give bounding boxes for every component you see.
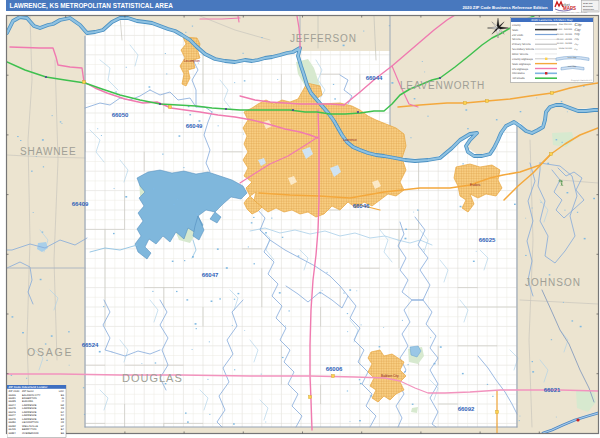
svg-text:Copyright MarketMAPS: Copyright MarketMAPS — [571, 79, 593, 82]
svg-text:Streets: Streets — [512, 38, 521, 41]
svg-text:City: City — [575, 32, 581, 36]
svg-text:State Highways: State Highways — [512, 62, 531, 65]
svg-text:66050: 66050 — [112, 112, 129, 118]
svg-text:ZIP Code: ZIP Code — [512, 33, 524, 36]
svg-text:66047: 66047 — [202, 272, 219, 278]
svg-text:Inset Map: Inset Map — [568, 64, 576, 67]
svg-text:Toll Roads: Toll Roads — [512, 77, 525, 80]
svg-text:66524: 66524 — [9, 431, 17, 434]
svg-text:Index Map: Index Map — [568, 55, 577, 58]
svg-text:2020 Lawrence, KS Metro Map: 2020 Lawrence, KS Metro Map — [531, 18, 573, 22]
svg-text:State: State — [512, 28, 519, 31]
svg-text:Interstates: Interstates — [512, 72, 525, 75]
svg-text:66046: 66046 — [353, 203, 370, 209]
svg-text:50,000 - 99,999: 50,000 - 99,999 — [557, 32, 573, 35]
svg-text:Minor Streets: Minor Streets — [512, 52, 529, 55]
svg-text:US Highways: US Highways — [512, 67, 529, 70]
svg-text:Lawrence: Lawrence — [343, 138, 357, 142]
svg-text:66044: 66044 — [366, 75, 383, 81]
svg-text:Eudora: Eudora — [470, 183, 481, 187]
svg-text:Reference: Reference — [583, 8, 595, 11]
svg-text:66021: 66021 — [544, 387, 561, 393]
svg-text:10,000 - 24,999: 10,000 - 24,999 — [557, 42, 573, 45]
svg-text:JEFFERSON: JEFFERSON — [290, 33, 357, 44]
svg-text:DOUGLAS: DOUGLAS — [122, 372, 183, 384]
svg-text:66524: 66524 — [82, 342, 99, 348]
svg-text:OSAGE: OSAGE — [27, 346, 73, 358]
svg-text:OVERBROOK: OVERBROOK — [22, 431, 39, 434]
svg-text:100,000 - 249,999: 100,000 - 249,999 — [554, 28, 573, 31]
svg-text:66006: 66006 — [326, 366, 343, 372]
svg-text:County: County — [512, 23, 521, 26]
svg-text:Under 10,000: Under 10,000 — [559, 47, 573, 50]
svg-text:66409: 66409 — [72, 201, 89, 207]
svg-text:66092: 66092 — [458, 406, 475, 412]
svg-text:Baldwin City: Baldwin City — [381, 374, 399, 378]
svg-text:Secondary Streets: Secondary Streets — [512, 48, 535, 51]
svg-text:LEAVENWORTH: LEAVENWORTH — [400, 80, 485, 91]
svg-text:66025: 66025 — [479, 237, 496, 243]
svg-text:City: City — [575, 47, 578, 50]
svg-text:Lecompton: Lecompton — [184, 59, 200, 63]
svg-text:City: City — [575, 27, 582, 31]
svg-text:Primary Streets: Primary Streets — [512, 43, 531, 46]
svg-text:County Highways: County Highways — [512, 57, 534, 60]
svg-text:ZIP Code Index/Grid Locator: ZIP Code Index/Grid Locator — [9, 385, 49, 389]
svg-text:SHAWNEE: SHAWNEE — [20, 146, 77, 157]
svg-text:City: City — [575, 43, 579, 46]
svg-text:City: City — [575, 21, 582, 26]
svg-text:25,000 - 49,999: 25,000 - 49,999 — [557, 37, 573, 40]
svg-text:Over 250,000: Over 250,000 — [559, 23, 573, 26]
svg-text:66049: 66049 — [186, 123, 203, 129]
svg-text:JOHNSON: JOHNSON — [525, 277, 581, 288]
svg-text:B6: B6 — [61, 431, 65, 434]
